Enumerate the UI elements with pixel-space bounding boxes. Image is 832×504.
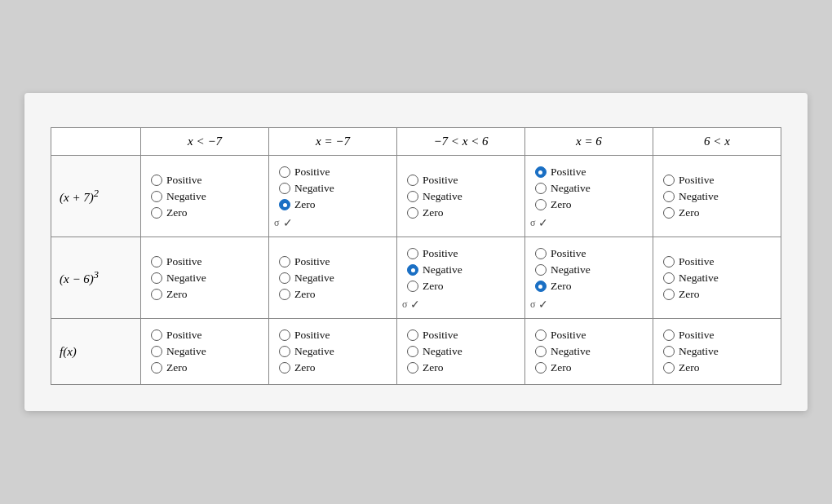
radio-label-positive: Positive xyxy=(294,329,330,342)
check-icon: ✓ xyxy=(410,298,420,312)
cell-r1-c3: PositiveNegativeZeroσ✓ xyxy=(524,237,653,319)
radio-zero-r1-c3[interactable]: Zero xyxy=(535,280,571,293)
radio-circle-negative xyxy=(663,191,675,202)
radio-negative-r2-c2[interactable]: Negative xyxy=(407,345,462,358)
radio-negative-r2-c4[interactable]: Negative xyxy=(663,345,719,358)
radio-circle-positive xyxy=(663,256,675,267)
radio-positive-r2-c0[interactable]: Positive xyxy=(151,329,202,342)
radio-negative-r1-c3[interactable]: Negative xyxy=(535,263,591,276)
radio-negative-r1-c1[interactable]: Negative xyxy=(279,272,334,285)
header-col-1: x < −7 xyxy=(141,128,269,156)
cell-r2-c4: PositiveNegativeZero xyxy=(653,319,781,385)
table-row-1: (x − 6)3PositiveNegativeZeroPositiveNega… xyxy=(51,237,781,319)
radio-positive-r0-c2[interactable]: Positive xyxy=(407,174,458,187)
cell-r0-c3: PositiveNegativeZeroσ✓ xyxy=(524,156,653,237)
radio-circle-positive xyxy=(151,175,162,186)
radio-circle-positive xyxy=(535,329,547,341)
radio-positive-r0-c4[interactable]: Positive xyxy=(663,174,715,187)
radio-circle-positive xyxy=(535,166,547,178)
radio-negative-r2-c3[interactable]: Negative xyxy=(535,345,591,358)
radio-circle-positive xyxy=(407,248,418,259)
radio-zero-r0-c4[interactable]: Zero xyxy=(663,206,699,219)
radio-negative-r0-c4[interactable]: Negative xyxy=(663,190,719,203)
radio-positive-r0-c0[interactable]: Positive xyxy=(151,174,202,187)
check-row-r0-c3: σ✓ xyxy=(530,216,548,230)
radio-positive-r1-c2[interactable]: Positive xyxy=(407,247,458,260)
radio-zero-r0-c0[interactable]: Zero xyxy=(151,206,187,219)
radio-positive-r0-c3[interactable]: Positive xyxy=(535,166,586,179)
radio-circle-positive xyxy=(663,175,675,186)
radio-positive-r2-c1[interactable]: Positive xyxy=(279,329,330,342)
radio-label-negative: Negative xyxy=(423,345,462,358)
radio-zero-r0-c1[interactable]: Zero xyxy=(279,198,315,211)
radio-positive-r2-c2[interactable]: Positive xyxy=(407,329,458,342)
radio-circle-zero xyxy=(279,199,290,210)
radio-negative-r1-c4[interactable]: Negative xyxy=(663,272,719,285)
radio-label-positive: Positive xyxy=(679,174,715,187)
radio-label-positive: Positive xyxy=(679,255,715,268)
radio-circle-zero xyxy=(151,362,162,374)
cell-r1-c1: PositiveNegativeZero xyxy=(269,237,397,319)
radio-zero-r1-c4[interactable]: Zero xyxy=(663,288,699,301)
radio-circle-zero xyxy=(663,362,675,374)
radio-zero-r0-c2[interactable]: Zero xyxy=(407,206,443,219)
radio-label-positive: Positive xyxy=(166,174,202,187)
radio-circle-zero xyxy=(663,207,675,219)
radio-label-positive: Positive xyxy=(679,329,715,342)
radio-negative-r0-c3[interactable]: Negative xyxy=(535,182,591,195)
radio-circle-negative xyxy=(151,272,162,284)
radio-circle-positive xyxy=(279,166,290,178)
radio-zero-r2-c0[interactable]: Zero xyxy=(151,361,187,374)
check-icon: ✓ xyxy=(538,298,548,312)
radio-circle-negative xyxy=(663,346,675,357)
header-empty xyxy=(51,128,141,156)
radio-circle-zero xyxy=(407,362,418,374)
header-col-5: 6 < x xyxy=(653,128,781,156)
radio-negative-r1-c0[interactable]: Negative xyxy=(151,272,206,285)
header-col-4: x = 6 xyxy=(524,128,653,156)
radio-positive-r1-c0[interactable]: Positive xyxy=(151,255,202,268)
radio-label-positive: Positive xyxy=(551,329,586,342)
row-label-2: f(x) xyxy=(51,319,141,385)
radio-circle-positive xyxy=(151,329,162,341)
cell-r0-c2: PositiveNegativeZero xyxy=(397,156,525,237)
page-container: x < −7x = −7−7 < x < 6x = 66 < x (x + 7)… xyxy=(24,93,808,411)
radio-label-zero: Zero xyxy=(679,361,699,374)
radio-zero-r0-c3[interactable]: Zero xyxy=(535,198,571,211)
radio-zero-r1-c0[interactable]: Zero xyxy=(151,288,187,301)
cell-r2-c2: PositiveNegativeZero xyxy=(397,319,525,385)
radio-negative-r0-c0[interactable]: Negative xyxy=(151,190,206,203)
radio-zero-r2-c4[interactable]: Zero xyxy=(663,361,699,374)
radio-negative-r0-c1[interactable]: Negative xyxy=(279,182,334,195)
radio-circle-zero xyxy=(407,281,418,292)
radio-zero-r2-c2[interactable]: Zero xyxy=(407,361,443,374)
radio-positive-r2-c3[interactable]: Positive xyxy=(535,329,586,342)
radio-circle-negative xyxy=(407,346,418,357)
radio-positive-r1-c3[interactable]: Positive xyxy=(535,247,586,260)
radio-circle-negative xyxy=(663,272,675,284)
radio-negative-r2-c1[interactable]: Negative xyxy=(279,345,334,358)
radio-negative-r0-c2[interactable]: Negative xyxy=(407,190,462,203)
radio-zero-r2-c3[interactable]: Zero xyxy=(535,361,571,374)
check-row-r0-c1: σ✓ xyxy=(274,216,292,230)
radio-label-zero: Zero xyxy=(166,206,187,219)
radio-zero-r1-c1[interactable]: Zero xyxy=(279,288,315,301)
radio-negative-r2-c0[interactable]: Negative xyxy=(151,345,206,358)
table-row-0: (x + 7)2PositiveNegativeZeroPositiveNega… xyxy=(51,156,781,237)
radio-positive-r1-c4[interactable]: Positive xyxy=(663,255,715,268)
radio-negative-r1-c2[interactable]: Negative xyxy=(407,263,462,276)
radio-positive-r2-c4[interactable]: Positive xyxy=(663,329,715,342)
radio-positive-r0-c1[interactable]: Positive xyxy=(279,166,330,179)
cell-r1-c2: PositiveNegativeZeroσ✓ xyxy=(397,237,525,319)
radio-positive-r1-c1[interactable]: Positive xyxy=(279,255,330,268)
radio-label-negative: Negative xyxy=(679,345,719,358)
radio-label-positive: Positive xyxy=(551,166,586,179)
radio-circle-zero xyxy=(535,362,547,374)
radio-circle-zero xyxy=(407,207,418,219)
radio-zero-r1-c2[interactable]: Zero xyxy=(407,280,443,293)
radio-zero-r2-c1[interactable]: Zero xyxy=(279,361,315,374)
radio-label-positive: Positive xyxy=(551,247,586,260)
radio-label-zero: Zero xyxy=(679,288,699,301)
radio-circle-zero xyxy=(535,199,547,210)
radio-circle-positive xyxy=(535,248,547,259)
